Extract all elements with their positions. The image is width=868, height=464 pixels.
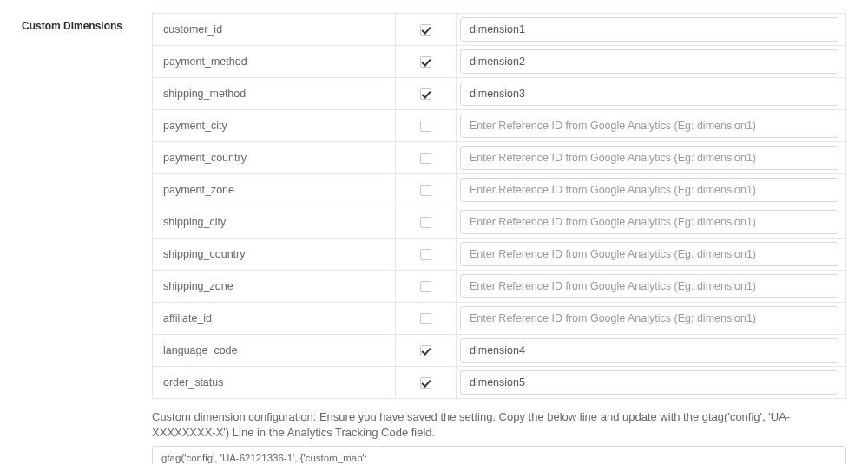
dimension-name: order_status — [153, 367, 396, 398]
dimension-row: customer_id — [153, 14, 845, 46]
dimension-name: affiliate_id — [153, 303, 396, 334]
section-body: customer_idpayment_methodshipping_method… — [152, 13, 846, 464]
dimension-check-cell — [396, 110, 457, 141]
dimensions-table: customer_idpayment_methodshipping_method… — [152, 13, 846, 399]
dimension-check-cell — [396, 206, 457, 238]
dimension-checkbox[interactable] — [420, 249, 431, 260]
dimension-reference-input[interactable] — [460, 338, 838, 363]
dimension-checkbox[interactable] — [420, 345, 431, 356]
dimension-reference-input[interactable] — [460, 274, 838, 298]
dimension-checkbox[interactable] — [420, 88, 431, 100]
dimension-input-cell — [457, 142, 845, 173]
dimension-reference-input[interactable] — [460, 306, 838, 330]
dimension-row: shipping_method — [153, 78, 845, 110]
dimension-input-cell — [457, 239, 845, 270]
dimension-checkbox[interactable] — [420, 377, 431, 389]
dimension-name: shipping_method — [153, 78, 396, 109]
dimension-checkbox[interactable] — [420, 313, 431, 324]
dimension-name: payment_country — [153, 142, 396, 173]
dimension-checkbox[interactable] — [420, 121, 431, 132]
dimension-name: shipping_city — [153, 206, 396, 238]
dimension-reference-input[interactable] — [460, 17, 838, 42]
dimension-row: shipping_zone — [153, 271, 845, 303]
dimension-checkbox[interactable] — [420, 217, 431, 228]
dimension-checkbox[interactable] — [420, 153, 431, 164]
dimension-reference-input[interactable] — [460, 146, 838, 170]
dimension-checkbox[interactable] — [420, 56, 431, 68]
dimension-check-cell — [396, 239, 457, 270]
dimension-check-cell — [396, 174, 457, 206]
dimension-row: affiliate_id — [153, 303, 845, 335]
dimension-name: customer_id — [153, 14, 396, 45]
dimension-check-cell — [396, 14, 457, 45]
code-output[interactable] — [152, 446, 846, 464]
dimension-row: language_code — [153, 335, 845, 367]
dimension-check-cell — [396, 46, 457, 77]
dimension-row: shipping_country — [153, 239, 845, 271]
dimension-input-cell — [457, 303, 845, 334]
dimension-input-cell — [457, 206, 845, 238]
dimension-row: payment_method — [153, 46, 845, 78]
dimension-check-cell — [396, 303, 457, 334]
dimension-checkbox[interactable] — [420, 24, 431, 36]
dimension-reference-input[interactable] — [460, 210, 838, 234]
dimension-name: language_code — [153, 335, 396, 366]
dimension-input-cell — [457, 174, 845, 206]
dimension-name: payment_method — [153, 46, 396, 77]
dimension-row: order_status — [153, 367, 845, 399]
dimension-reference-input[interactable] — [460, 49, 838, 74]
help-text: Custom dimension configuration: Ensure y… — [152, 409, 846, 441]
dimension-reference-input[interactable] — [460, 370, 838, 395]
dimension-input-cell — [457, 367, 845, 398]
dimension-reference-input[interactable] — [460, 82, 838, 106]
custom-dimensions-section: Custom Dimensions customer_idpayment_met… — [22, 13, 846, 464]
dimension-check-cell — [396, 142, 457, 173]
dimension-check-cell — [396, 271, 457, 302]
dimension-reference-input[interactable] — [460, 178, 838, 202]
dimension-row: payment_zone — [153, 174, 845, 206]
dimension-reference-input[interactable] — [460, 114, 838, 138]
dimension-checkbox[interactable] — [420, 185, 431, 196]
dimension-name: shipping_country — [153, 239, 396, 270]
dimension-name: payment_zone — [153, 174, 396, 206]
dimension-check-cell — [396, 335, 457, 366]
dimension-check-cell — [396, 367, 457, 398]
dimension-checkbox[interactable] — [420, 281, 431, 292]
dimension-input-cell — [457, 78, 845, 109]
dimension-input-cell — [457, 335, 845, 366]
dimension-name: shipping_zone — [153, 271, 396, 302]
dimension-input-cell — [457, 271, 845, 302]
dimension-input-cell — [457, 46, 845, 77]
dimension-check-cell — [396, 78, 457, 109]
dimension-input-cell — [457, 110, 845, 141]
dimension-input-cell — [457, 14, 845, 45]
dimension-row: payment_city — [153, 110, 845, 142]
dimension-row: payment_country — [153, 142, 845, 174]
section-title: Custom Dimensions — [22, 13, 152, 32]
dimension-name: payment_city — [153, 110, 396, 141]
dimension-reference-input[interactable] — [460, 242, 838, 266]
dimension-row: shipping_city — [153, 206, 845, 239]
